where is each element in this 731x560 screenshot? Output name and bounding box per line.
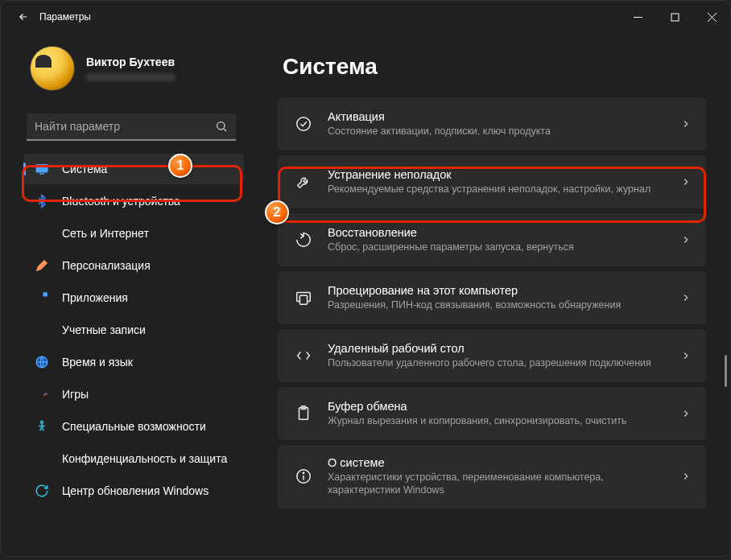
card-subtitle: Рекомендуемые средства устранения непола… — [328, 183, 672, 196]
svg-point-17 — [41, 421, 43, 423]
card-remote[interactable]: Удаленный рабочий столПользователи удале… — [278, 329, 706, 382]
annotation-badge-2: 2 — [265, 200, 289, 224]
annotation-badge-1: 1 — [168, 154, 192, 178]
sidebar: Виктор Бухтеев СистемаBluetooth и устрой… — [1, 33, 254, 556]
nav-item-access[interactable]: Специальные возможности — [23, 411, 244, 442]
nav-item-label: Конфиденциальность и защита — [62, 452, 227, 465]
card-troubleshoot[interactable]: Устранение неполадокРекомендуемые средст… — [278, 155, 706, 208]
chevron-right-icon — [680, 292, 692, 303]
card-subtitle: Сброс, расширенные параметры запуска, ве… — [328, 241, 672, 253]
nav-item-label: Персонализация — [62, 259, 151, 272]
maximize-button[interactable] — [656, 1, 693, 33]
shield-icon — [35, 451, 49, 466]
nav-item-globe[interactable]: Время и язык — [23, 347, 244, 377]
nav-item-label: Специальные возможности — [62, 420, 206, 433]
svg-point-16 — [45, 393, 47, 394]
content: Система АктивацияСостояние активации, по… — [254, 33, 730, 556]
about-icon — [292, 467, 315, 485]
nav-item-label: Приложения — [62, 291, 128, 304]
card-title: Устранение неполадок — [328, 168, 672, 181]
access-icon — [35, 419, 49, 434]
card-title: О системе — [328, 456, 672, 469]
svg-point-15 — [43, 394, 45, 396]
update-icon — [35, 484, 49, 498]
apps-icon — [35, 290, 49, 305]
search-box[interactable] — [27, 113, 236, 141]
card-title: Буфер обмена — [328, 400, 672, 413]
bluetooth-icon — [35, 194, 49, 208]
chevron-right-icon — [680, 118, 692, 130]
nav-item-label: Учетные записи — [62, 323, 146, 336]
wifi-icon — [35, 226, 49, 241]
svg-line-5 — [224, 129, 226, 131]
nav-item-update[interactable]: Центр обновления Windows — [23, 476, 244, 506]
chevron-right-icon — [680, 408, 692, 419]
title-bar: Параметры — [1, 1, 730, 33]
svg-rect-14 — [36, 392, 47, 398]
card-about[interactable]: О системеХарактеристики устройства, пере… — [278, 445, 706, 509]
window-title: Параметры — [39, 11, 91, 23]
back-button[interactable] — [12, 6, 35, 28]
nav-item-label: Система — [62, 163, 107, 175]
avatar — [30, 46, 75, 91]
nav-item-bluetooth[interactable]: Bluetooth и устройства — [23, 186, 244, 216]
close-button[interactable] — [693, 1, 730, 33]
card-subtitle: Пользователи удаленного рабочего стола, … — [328, 356, 672, 369]
card-list: АктивацияСостояние активации, подписки, … — [278, 97, 706, 509]
svg-point-12 — [39, 325, 44, 330]
card-title: Проецирование на этот компьютер — [328, 284, 672, 297]
nav-item-apps[interactable]: Приложения — [23, 282, 244, 313]
remote-icon — [292, 347, 315, 364]
svg-point-25 — [303, 472, 304, 473]
card-recovery[interactable]: ВосстановлениеСброс, расширенные парамет… — [278, 213, 706, 266]
scrollbar-thumb[interactable] — [725, 355, 727, 387]
svg-rect-8 — [36, 292, 40, 296]
troubleshoot-icon — [292, 173, 315, 191]
nav-item-game[interactable]: Игры — [23, 379, 244, 410]
recovery-icon — [292, 231, 315, 249]
chevron-right-icon — [680, 234, 692, 245]
svg-point-18 — [297, 117, 311, 131]
card-title: Удаленный рабочий стол — [328, 342, 672, 355]
card-subtitle: Разрешения, ПИН-код связывания, возможно… — [328, 299, 672, 311]
nav-item-shield[interactable]: Конфиденциальность и защита — [23, 443, 244, 474]
card-subtitle: Состояние активации, подписки, ключ прод… — [328, 125, 672, 138]
page-title: Система — [283, 54, 706, 80]
profile[interactable]: Виктор Бухтеев — [1, 39, 254, 99]
card-title: Активация — [328, 110, 672, 123]
globe-icon — [35, 355, 49, 369]
svg-point-4 — [217, 122, 225, 130]
minimize-button[interactable] — [619, 1, 656, 33]
projecting-icon — [292, 289, 315, 307]
card-subtitle: Журнал вырезания и копирования, синхрони… — [328, 414, 672, 427]
activation-icon — [292, 115, 315, 133]
nav-item-label: Сеть и Интернет — [62, 227, 149, 240]
svg-rect-10 — [36, 299, 40, 303]
profile-name: Виктор Бухтеев — [86, 56, 175, 68]
svg-rect-11 — [43, 299, 47, 303]
nav-item-label: Игры — [62, 388, 89, 401]
window-controls — [619, 1, 730, 33]
card-clipboard[interactable]: Буфер обменаЖурнал вырезания и копирован… — [278, 387, 706, 440]
search-input[interactable] — [35, 120, 215, 133]
brush-icon — [35, 258, 49, 273]
user-icon — [35, 323, 49, 337]
nav-list: СистемаBluetooth и устройстваСеть и Инте… — [1, 154, 254, 506]
clipboard-icon — [292, 405, 315, 422]
svg-rect-7 — [39, 173, 44, 175]
game-icon — [35, 387, 49, 401]
card-activation[interactable]: АктивацияСостояние активации, подписки, … — [278, 97, 706, 150]
nav-item-label: Время и язык — [62, 356, 133, 369]
svg-rect-9 — [43, 292, 47, 296]
card-subtitle: Характеристики устройства, переименовани… — [328, 471, 672, 497]
svg-rect-20 — [299, 295, 307, 304]
nav-item-brush[interactable]: Персонализация — [23, 250, 244, 281]
settings-window: Параметры Виктор Бухтеев Систе — [0, 0, 731, 557]
nav-item-user[interactable]: Учетные записи — [23, 315, 244, 345]
chevron-right-icon — [680, 350, 692, 361]
nav-item-system[interactable]: Система — [23, 154, 244, 184]
chevron-right-icon — [680, 176, 692, 187]
nav-item-wifi[interactable]: Сеть и Интернет — [23, 218, 244, 249]
svg-rect-6 — [36, 165, 47, 172]
card-projecting[interactable]: Проецирование на этот компьютерРазрешени… — [278, 271, 706, 324]
